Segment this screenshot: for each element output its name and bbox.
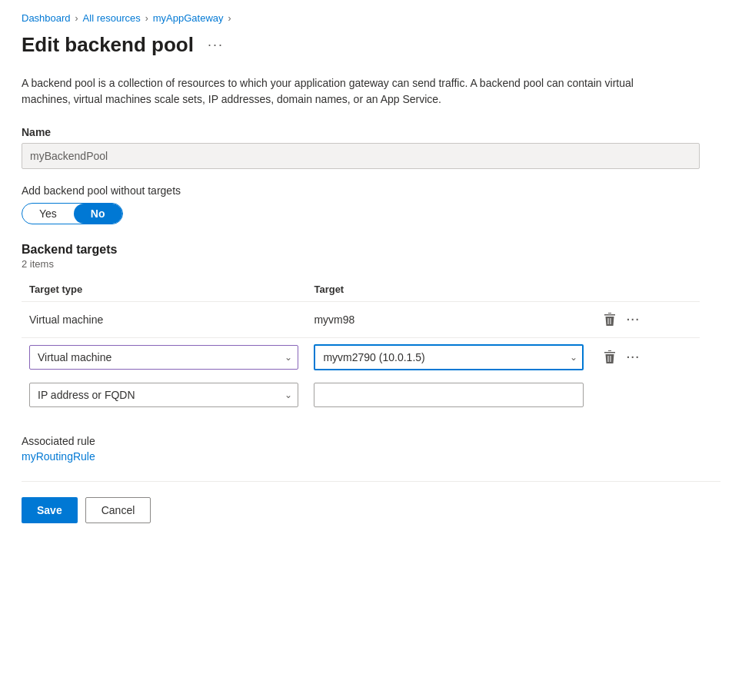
backend-targets-section: Backend targets 2 items Target type Targ…	[22, 243, 720, 413]
items-count: 2 items	[22, 258, 720, 270]
editable-type-cell-1: Virtual machine IP address or FQDN App S…	[22, 338, 306, 377]
toggle-yes[interactable]: Yes	[22, 204, 74, 224]
associated-rule-label: Associated rule	[22, 435, 720, 447]
target-type-select-wrapper-1: Virtual machine IP address or FQDN App S…	[29, 345, 298, 370]
table-row: Virtual machine IP address or FQDN App S…	[22, 338, 700, 377]
col-actions	[591, 277, 700, 302]
footer-actions: Save Cancel	[22, 497, 720, 523]
table-header-row: Target type Target	[22, 277, 700, 302]
breadcrumb-sep-3: ›	[228, 13, 231, 24]
breadcrumb-sep-1: ›	[75, 13, 78, 24]
delete-row-2-button[interactable]	[599, 347, 621, 367]
target-type-select-1[interactable]: Virtual machine IP address or FQDN App S…	[29, 345, 298, 370]
name-input[interactable]	[22, 143, 700, 169]
breadcrumb: Dashboard › All resources › myAppGateway…	[22, 12, 720, 24]
table-row: Virtual machine IP address or FQDN App S…	[22, 377, 700, 413]
target-type-select-wrapper-2: Virtual machine IP address or FQDN App S…	[29, 383, 298, 407]
target-text-input-2[interactable]	[314, 383, 583, 407]
toggle-group: Yes No	[22, 203, 123, 224]
editable-type-cell-2: Virtual machine IP address or FQDN App S…	[22, 377, 306, 413]
editable-row-1-actions: ···	[599, 347, 692, 367]
static-target-type: Virtual machine	[22, 302, 306, 338]
static-row-actions: ···	[599, 310, 692, 330]
more-options-button[interactable]: ···	[203, 34, 228, 56]
breadcrumb-dashboard[interactable]: Dashboard	[22, 12, 71, 24]
trash-icon	[604, 350, 616, 364]
toggle-section: Add backend pool without targets Yes No	[22, 184, 720, 224]
associated-rule-section: Associated rule myRoutingRule	[22, 435, 720, 463]
page-header: Edit backend pool ···	[22, 33, 720, 57]
target-select-wrapper-1: myvm2790 (10.0.1.5) myvm98 ⌄	[314, 344, 583, 370]
delete-row-1-button[interactable]	[599, 310, 621, 330]
breadcrumb-all-resources[interactable]: All resources	[83, 12, 141, 24]
page-description: A backend pool is a collection of resour…	[22, 75, 652, 108]
table-row: Virtual machine myvm98 ···	[22, 302, 700, 338]
breadcrumb-app-gateway[interactable]: myAppGateway	[153, 12, 224, 24]
cancel-button[interactable]: Cancel	[85, 497, 151, 523]
backend-targets-title: Backend targets	[22, 243, 720, 257]
save-button[interactable]: Save	[22, 497, 78, 523]
associated-rule-link[interactable]: myRoutingRule	[22, 450, 95, 463]
breadcrumb-sep-2: ›	[145, 13, 148, 24]
col-target-type: Target type	[22, 277, 306, 302]
toggle-label: Add backend pool without targets	[22, 184, 720, 197]
target-type-select-2[interactable]: Virtual machine IP address or FQDN App S…	[29, 383, 298, 407]
toggle-no[interactable]: No	[74, 204, 122, 224]
editable-target-cell-2	[306, 377, 591, 413]
editable-target-cell-1: myvm2790 (10.0.1.5) myvm98 ⌄	[306, 338, 591, 377]
target-select-1[interactable]: myvm2790 (10.0.1.5) myvm98	[314, 344, 583, 370]
footer-divider	[22, 481, 720, 482]
static-target: myvm98	[306, 302, 591, 338]
col-target: Target	[306, 277, 591, 302]
more-row-2-button[interactable]: ···	[625, 348, 642, 367]
targets-table: Target type Target Virtual machine myvm9…	[22, 277, 700, 413]
more-row-1-button[interactable]: ···	[625, 310, 642, 329]
trash-icon	[604, 313, 616, 327]
name-field-section: Name	[22, 126, 720, 169]
name-label: Name	[22, 126, 720, 138]
page-title: Edit backend pool	[22, 33, 194, 57]
